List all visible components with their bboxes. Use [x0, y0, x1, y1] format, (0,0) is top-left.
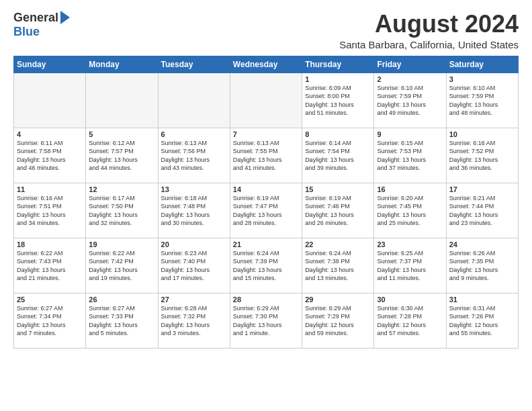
day-info: Sunrise: 6:17 AMSunset: 7:50 PMDaylight:… — [89, 194, 154, 228]
day-number: 11 — [17, 185, 83, 193]
day-info: Sunrise: 6:12 AMSunset: 7:57 PMDaylight:… — [89, 139, 154, 173]
main-title: August 2024 — [339, 11, 519, 38]
day-info: Sunrise: 6:22 AMSunset: 7:43 PMDaylight:… — [17, 249, 83, 283]
table-row: 4Sunrise: 6:11 AMSunset: 7:58 PMDaylight… — [14, 128, 86, 183]
day-number: 28 — [233, 295, 299, 304]
table-row: 27Sunrise: 6:28 AMSunset: 7:32 PMDayligh… — [158, 293, 230, 348]
header-friday: Friday — [374, 56, 446, 73]
day-info: Sunrise: 6:27 AMSunset: 7:34 PMDaylight:… — [17, 304, 83, 338]
day-number: 15 — [305, 185, 371, 193]
table-row: 11Sunrise: 6:16 AMSunset: 7:51 PMDayligh… — [14, 183, 86, 238]
table-row — [230, 73, 302, 128]
day-number: 18 — [17, 240, 83, 248]
table-row: 2Sunrise: 6:10 AMSunset: 7:59 PMDaylight… — [374, 73, 446, 128]
day-number: 30 — [377, 295, 443, 304]
table-row: 25Sunrise: 6:27 AMSunset: 7:34 PMDayligh… — [14, 293, 86, 348]
header-tuesday: Tuesday — [158, 56, 230, 73]
table-row: 17Sunrise: 6:21 AMSunset: 7:44 PMDayligh… — [446, 183, 518, 238]
day-number: 19 — [89, 240, 154, 248]
table-row: 23Sunrise: 6:25 AMSunset: 7:37 PMDayligh… — [374, 238, 446, 293]
table-row: 7Sunrise: 6:13 AMSunset: 7:55 PMDaylight… — [230, 128, 302, 183]
table-row: 29Sunrise: 6:29 AMSunset: 7:29 PMDayligh… — [302, 293, 374, 348]
header-monday: Monday — [86, 56, 158, 73]
title-section: August 2024 Santa Barbara, California, U… — [339, 11, 519, 50]
calendar-week-row: 11Sunrise: 6:16 AMSunset: 7:51 PMDayligh… — [14, 183, 519, 238]
day-number: 21 — [233, 240, 299, 248]
day-number: 29 — [305, 295, 371, 304]
day-number: 22 — [305, 240, 371, 248]
day-info: Sunrise: 6:20 AMSunset: 7:45 PMDaylight:… — [377, 194, 443, 228]
day-number: 14 — [233, 185, 299, 193]
day-number: 26 — [89, 295, 154, 304]
table-row: 10Sunrise: 6:16 AMSunset: 7:52 PMDayligh… — [446, 128, 518, 183]
day-info: Sunrise: 6:23 AMSunset: 7:40 PMDaylight:… — [161, 249, 227, 283]
day-number: 13 — [161, 185, 227, 193]
day-info: Sunrise: 6:19 AMSunset: 7:46 PMDaylight:… — [305, 194, 371, 228]
day-number: 9 — [377, 130, 443, 138]
header-saturday: Saturday — [446, 56, 518, 73]
day-info: Sunrise: 6:10 AMSunset: 7:59 PMDaylight:… — [377, 84, 443, 118]
table-row: 3Sunrise: 6:10 AMSunset: 7:59 PMDaylight… — [446, 73, 518, 128]
day-number: 17 — [449, 185, 515, 193]
day-number: 23 — [377, 240, 443, 248]
day-number: 10 — [449, 130, 515, 138]
table-row: 31Sunrise: 6:31 AMSunset: 7:26 PMDayligh… — [446, 293, 518, 348]
table-row: 18Sunrise: 6:22 AMSunset: 7:43 PMDayligh… — [14, 238, 86, 293]
table-row: 9Sunrise: 6:15 AMSunset: 7:53 PMDaylight… — [374, 128, 446, 183]
day-number: 4 — [17, 130, 83, 138]
table-row: 30Sunrise: 6:30 AMSunset: 7:28 PMDayligh… — [374, 293, 446, 348]
day-number: 8 — [305, 130, 371, 138]
day-info: Sunrise: 6:16 AMSunset: 7:52 PMDaylight:… — [449, 139, 515, 173]
day-number: 20 — [161, 240, 227, 248]
header: General Blue August 2024 Santa Barbara, … — [13, 11, 519, 50]
day-number: 1 — [305, 75, 371, 83]
table-row: 26Sunrise: 6:27 AMSunset: 7:33 PMDayligh… — [86, 293, 158, 348]
day-info: Sunrise: 6:13 AMSunset: 7:55 PMDaylight:… — [233, 139, 299, 173]
logo-blue: Blue — [13, 25, 40, 39]
table-row: 6Sunrise: 6:13 AMSunset: 7:56 PMDaylight… — [158, 128, 230, 183]
table-row: 19Sunrise: 6:22 AMSunset: 7:42 PMDayligh… — [86, 238, 158, 293]
logo-general: General — [13, 11, 58, 25]
day-info: Sunrise: 6:28 AMSunset: 7:32 PMDaylight:… — [161, 304, 227, 338]
table-row: 24Sunrise: 6:26 AMSunset: 7:35 PMDayligh… — [446, 238, 518, 293]
subtitle: Santa Barbara, California, United States — [339, 39, 519, 50]
table-row — [86, 73, 158, 128]
day-info: Sunrise: 6:24 AMSunset: 7:39 PMDaylight:… — [233, 249, 299, 283]
day-number: 12 — [89, 185, 154, 193]
day-info: Sunrise: 6:19 AMSunset: 7:47 PMDaylight:… — [233, 194, 299, 228]
table-row — [158, 73, 230, 128]
day-number: 7 — [233, 130, 299, 138]
table-row: 1Sunrise: 6:09 AMSunset: 8:00 PMDaylight… — [302, 73, 374, 128]
table-row: 12Sunrise: 6:17 AMSunset: 7:50 PMDayligh… — [86, 183, 158, 238]
day-info: Sunrise: 6:13 AMSunset: 7:56 PMDaylight:… — [161, 139, 227, 173]
table-row: 16Sunrise: 6:20 AMSunset: 7:45 PMDayligh… — [374, 183, 446, 238]
table-row: 28Sunrise: 6:29 AMSunset: 7:30 PMDayligh… — [230, 293, 302, 348]
calendar-week-row: 4Sunrise: 6:11 AMSunset: 7:58 PMDaylight… — [14, 128, 519, 183]
day-number: 6 — [161, 130, 227, 138]
day-info: Sunrise: 6:11 AMSunset: 7:58 PMDaylight:… — [17, 139, 83, 173]
header-sunday: Sunday — [14, 56, 86, 73]
calendar-week-row: 18Sunrise: 6:22 AMSunset: 7:43 PMDayligh… — [14, 238, 519, 293]
day-info: Sunrise: 6:29 AMSunset: 7:29 PMDaylight:… — [305, 304, 371, 338]
day-info: Sunrise: 6:10 AMSunset: 7:59 PMDaylight:… — [449, 84, 515, 118]
table-row: 5Sunrise: 6:12 AMSunset: 7:57 PMDaylight… — [86, 128, 158, 183]
day-info: Sunrise: 6:15 AMSunset: 7:53 PMDaylight:… — [377, 139, 443, 173]
table-row: 22Sunrise: 6:24 AMSunset: 7:38 PMDayligh… — [302, 238, 374, 293]
day-info: Sunrise: 6:09 AMSunset: 8:00 PMDaylight:… — [305, 84, 371, 118]
table-row: 13Sunrise: 6:18 AMSunset: 7:48 PMDayligh… — [158, 183, 230, 238]
day-number: 27 — [161, 295, 227, 304]
day-info: Sunrise: 6:30 AMSunset: 7:28 PMDaylight:… — [377, 304, 443, 338]
day-info: Sunrise: 6:31 AMSunset: 7:26 PMDaylight:… — [449, 304, 515, 338]
table-row: 8Sunrise: 6:14 AMSunset: 7:54 PMDaylight… — [302, 128, 374, 183]
calendar-week-row: 25Sunrise: 6:27 AMSunset: 7:34 PMDayligh… — [14, 293, 519, 348]
header-thursday: Thursday — [302, 56, 374, 73]
day-info: Sunrise: 6:25 AMSunset: 7:37 PMDaylight:… — [377, 249, 443, 283]
page: General Blue August 2024 Santa Barbara, … — [0, 0, 532, 411]
header-wednesday: Wednesday — [230, 56, 302, 73]
table-row: 15Sunrise: 6:19 AMSunset: 7:46 PMDayligh… — [302, 183, 374, 238]
day-info: Sunrise: 6:27 AMSunset: 7:33 PMDaylight:… — [89, 304, 154, 338]
day-number: 31 — [449, 295, 515, 304]
day-number: 16 — [377, 185, 443, 193]
day-number: 2 — [377, 75, 443, 83]
day-info: Sunrise: 6:18 AMSunset: 7:48 PMDaylight:… — [161, 194, 227, 228]
